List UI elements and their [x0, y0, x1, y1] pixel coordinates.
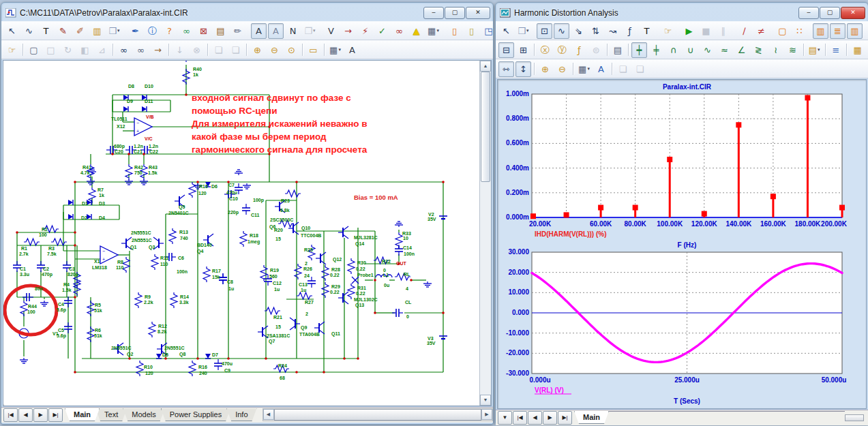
cursor-mode-icon[interactable]: ∿	[554, 23, 569, 39]
tab-info[interactable]: Info	[226, 408, 256, 421]
line-mode-icon[interactable]: ✎	[55, 23, 71, 39]
scroll-down-arrow[interactable]: ▼	[480, 395, 491, 406]
paste-component-icon[interactable]: ❐▾	[302, 23, 318, 39]
show-power-icon[interactable]: ⚡	[357, 23, 373, 39]
close-button[interactable]: ✕	[466, 7, 490, 19]
auto-scale-y-icon[interactable]: ↕	[515, 61, 531, 77]
tab-scroll-button[interactable]: ▶|	[558, 411, 572, 425]
go-to-flag-icon[interactable]: →	[150, 42, 166, 58]
grid-options-icon[interactable]: ▦▾	[425, 23, 441, 39]
copy-to-clipboard-icon[interactable]: ❏	[615, 61, 631, 77]
schematic-canvas[interactable]: −+−+R401kD8D10D9D11TL0511X12V/BV/C680pC2…	[3, 61, 479, 404]
mirror-vertical-icon[interactable]: ⊿	[94, 42, 110, 58]
cursor-bottom-icon[interactable]: ≋	[785, 42, 800, 58]
go-to-y-icon[interactable]: ⓨ	[554, 42, 570, 58]
zoom-100-icon[interactable]: ⊙	[284, 42, 299, 58]
cursor-lock-right-icon[interactable]: ⊞	[515, 42, 531, 58]
zoom-out-icon[interactable]: ⊖	[267, 42, 282, 58]
select-mode-icon[interactable]: ↖	[498, 23, 514, 39]
scroll-thumb[interactable]	[481, 72, 490, 182]
panel-list-icon[interactable]: ≣	[830, 23, 845, 39]
push-back-icon[interactable]: ❏	[211, 42, 226, 58]
design-rule-check-icon[interactable]: ▲	[408, 23, 424, 39]
slope-cursor-icon[interactable]: ∕	[736, 23, 752, 39]
maximize-button[interactable]: ▢	[820, 7, 840, 19]
text-mode-icon[interactable]: T	[639, 23, 655, 39]
split-window-icon[interactable]: ◳	[481, 23, 493, 39]
cursor-global-high-icon[interactable]: ≷	[751, 42, 766, 58]
close-button[interactable]: ✕	[841, 7, 865, 19]
maximize-button[interactable]: ▢	[445, 7, 465, 19]
font-icon[interactable]: A	[593, 61, 609, 77]
cursor-valley-icon[interactable]: ∪	[683, 42, 698, 58]
show-node-voltages-icon[interactable]: V	[323, 23, 339, 39]
tab-text[interactable]: Text	[95, 408, 127, 421]
zoom-in-icon[interactable]: ⊕	[537, 61, 553, 77]
properties-icon[interactable]: ☞	[660, 23, 676, 39]
formula-text-icon[interactable]: ƒ	[622, 23, 638, 39]
go-to-x-icon[interactable]: ⓧ	[537, 42, 553, 58]
shape-gallery-icon[interactable]: ❒▾	[515, 23, 531, 39]
bring-front-icon[interactable]: ❏	[228, 42, 243, 58]
scroll-left-arrow[interactable]: ◀	[263, 409, 274, 420]
find-text-icon[interactable]: ∞	[133, 42, 149, 58]
edit-notes-icon[interactable]: ✏	[230, 23, 245, 39]
calculator-icon[interactable]: ▦	[850, 42, 865, 58]
cursor-peak-icon[interactable]: ╪	[648, 42, 664, 58]
analysis-title-bar[interactable]: Harmonic Distortion Analysis – ▢ ✕	[496, 3, 868, 21]
help-mode-icon[interactable]: ?	[162, 23, 177, 39]
minimize-button[interactable]: –	[423, 7, 444, 19]
panel-single-icon[interactable]: ▯	[864, 23, 868, 39]
cursor-global-low-icon[interactable]: ≀	[768, 42, 783, 58]
tab-main-plot[interactable]: Main	[574, 411, 609, 424]
attributes-dialog-icon[interactable]: ☞	[4, 42, 20, 58]
font-icon[interactable]: A	[344, 42, 360, 58]
stop-icon[interactable]: ■	[698, 23, 714, 39]
page-view-icon[interactable]: ▭	[305, 42, 321, 58]
tab-power-supplies[interactable]: Power Supplies	[161, 408, 230, 421]
mirror-horizontal-icon[interactable]: ◧	[77, 42, 93, 58]
tab-main[interactable]: Main	[65, 408, 100, 421]
show-currents-icon[interactable]: →	[340, 23, 356, 39]
models-grid-icon[interactable]: ▤	[213, 23, 228, 39]
wire-mode-icon[interactable]: ∿	[21, 23, 37, 39]
go-to-branch-icon[interactable]: ⊜	[588, 42, 604, 58]
select-region-icon[interactable]: ▢	[775, 23, 790, 39]
schematic-vertical-scrollbar[interactable]: ▲ ▼	[479, 61, 491, 406]
scroll-right-arrow[interactable]: ▶	[481, 409, 492, 420]
show-conditions-icon[interactable]: ✓	[374, 23, 390, 39]
schematic-title-bar[interactable]: C:\MC11\DATA\Petrov\Paralax\Paralax-int.…	[1, 3, 493, 21]
splitter-handle[interactable]	[845, 414, 864, 421]
scroll-thumb[interactable]	[274, 409, 481, 421]
shape-gallery-icon[interactable]: ❒▾	[106, 23, 122, 39]
panel-plots-icon[interactable]: ▥	[813, 23, 828, 39]
pen-tool-icon[interactable]: ✒	[128, 23, 143, 39]
copy-page-icon[interactable]: ❏	[632, 61, 648, 77]
title-block-icon[interactable]: ▯	[464, 23, 479, 39]
step-cancel-icon[interactable]: ⊗	[189, 42, 205, 58]
clear-selection-icon[interactable]: □	[43, 42, 59, 58]
tab-scroll-button[interactable]: |◀	[513, 411, 527, 425]
tab-scroll-button[interactable]: ◀	[18, 408, 33, 422]
run-icon[interactable]: ▶	[681, 23, 697, 39]
tab-scroll-button[interactable]: ▶	[33, 408, 48, 422]
panel-both-icon[interactable]: ▥	[847, 23, 863, 39]
show-grid-text-icon[interactable]: A	[268, 23, 284, 39]
cursor-inflection-icon[interactable]: ∠	[734, 42, 749, 58]
point-to-point-icon[interactable]: ∞	[179, 23, 194, 39]
tab-scroll-button[interactable]: ▶	[543, 411, 557, 425]
show-node-numbers-icon[interactable]: N	[285, 23, 301, 39]
tab-scroll-button[interactable]: ▶|	[48, 408, 63, 422]
cursor-top-icon[interactable]: ∩	[665, 42, 681, 58]
picture-mode-icon[interactable]: ▥	[89, 23, 105, 39]
zoom-in-icon[interactable]: ⊕	[250, 42, 265, 58]
tab-models[interactable]: Models	[123, 408, 164, 421]
cursor-high-icon[interactable]: ∿	[700, 42, 715, 58]
rotate-icon[interactable]: ↻	[60, 42, 76, 58]
plot-canvas[interactable]: Paralax-int.CIR1.000m0.800m0.600m0.400m0…	[498, 80, 865, 407]
tab-scroll-button[interactable]: ▼	[498, 411, 512, 425]
doc-check-icon[interactable]: ⊠	[196, 23, 211, 39]
step-down-icon[interactable]: ↓	[172, 42, 188, 58]
annotate-mode-icon[interactable]: ✐	[72, 23, 88, 39]
schematic-horizontal-scrollbar[interactable]: ◀ ▶	[263, 408, 493, 421]
